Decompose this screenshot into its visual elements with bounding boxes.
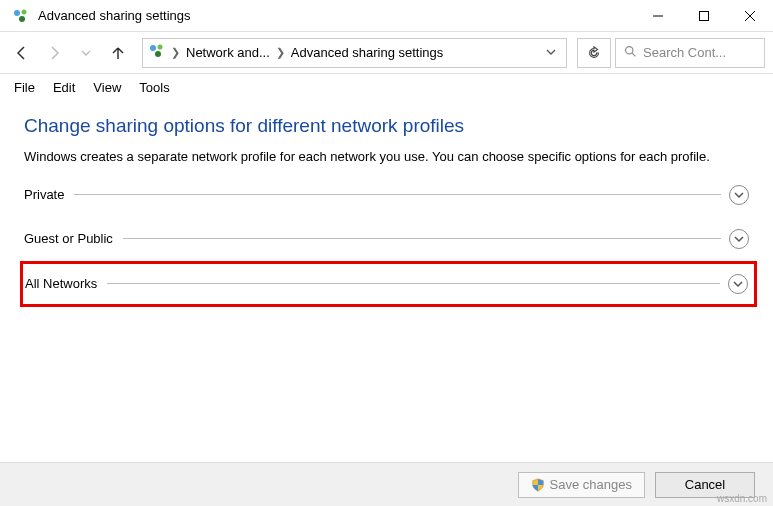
- recent-dropdown[interactable]: [72, 39, 100, 67]
- svg-point-7: [150, 45, 156, 51]
- expand-button[interactable]: [729, 185, 749, 205]
- section-label: All Networks: [25, 276, 107, 291]
- page-heading: Change sharing options for different net…: [24, 115, 749, 137]
- search-icon: [624, 45, 637, 61]
- chevron-right-icon[interactable]: ❯: [276, 46, 285, 59]
- svg-line-11: [632, 53, 635, 56]
- window-title: Advanced sharing settings: [38, 8, 635, 23]
- svg-point-9: [155, 51, 161, 57]
- section-private[interactable]: Private: [24, 185, 749, 205]
- divider: [107, 283, 720, 284]
- breadcrumb-item[interactable]: Network and...: [186, 45, 270, 60]
- section-guest-public[interactable]: Guest or Public: [24, 229, 749, 249]
- up-button[interactable]: [104, 39, 132, 67]
- svg-point-0: [14, 10, 20, 16]
- menu-file[interactable]: File: [14, 80, 35, 95]
- divider: [123, 238, 721, 239]
- address-dropdown[interactable]: [542, 47, 560, 59]
- search-box[interactable]: [615, 38, 765, 68]
- svg-point-2: [19, 16, 25, 22]
- refresh-button[interactable]: [577, 38, 611, 68]
- network-sharing-icon: [12, 7, 30, 25]
- svg-point-8: [158, 45, 163, 50]
- expand-button[interactable]: [729, 229, 749, 249]
- footer-bar: Save changes Cancel: [0, 462, 773, 506]
- minimize-button[interactable]: [635, 0, 681, 32]
- page-description: Windows creates a separate network profi…: [24, 147, 744, 167]
- chevron-right-icon[interactable]: ❯: [171, 46, 180, 59]
- watermark: wsxdn.com: [717, 493, 767, 504]
- menu-edit[interactable]: Edit: [53, 80, 75, 95]
- button-label: Cancel: [685, 477, 725, 492]
- expand-button[interactable]: [728, 274, 748, 294]
- search-input[interactable]: [643, 45, 756, 60]
- svg-rect-4: [700, 11, 709, 20]
- svg-point-10: [626, 46, 633, 53]
- back-button[interactable]: [8, 39, 36, 67]
- svg-point-1: [22, 9, 27, 14]
- forward-button[interactable]: [40, 39, 68, 67]
- divider: [74, 194, 721, 195]
- close-button[interactable]: [727, 0, 773, 32]
- navigation-bar: ❯ Network and... ❯ Advanced sharing sett…: [0, 32, 773, 74]
- breadcrumb-item[interactable]: Advanced sharing settings: [291, 45, 443, 60]
- section-label: Guest or Public: [24, 231, 123, 246]
- window-controls: [635, 0, 773, 32]
- section-label: Private: [24, 187, 74, 202]
- network-sharing-icon: [149, 43, 165, 62]
- uac-shield-icon: [531, 478, 545, 492]
- menu-bar: File Edit View Tools: [0, 74, 773, 101]
- button-label: Save changes: [550, 477, 632, 492]
- section-all-networks[interactable]: All Networks: [20, 261, 757, 307]
- save-changes-button[interactable]: Save changes: [518, 472, 645, 498]
- content-area: Change sharing options for different net…: [0, 101, 773, 307]
- menu-tools[interactable]: Tools: [139, 80, 169, 95]
- maximize-button[interactable]: [681, 0, 727, 32]
- titlebar: Advanced sharing settings: [0, 0, 773, 32]
- address-bar[interactable]: ❯ Network and... ❯ Advanced sharing sett…: [142, 38, 567, 68]
- menu-view[interactable]: View: [93, 80, 121, 95]
